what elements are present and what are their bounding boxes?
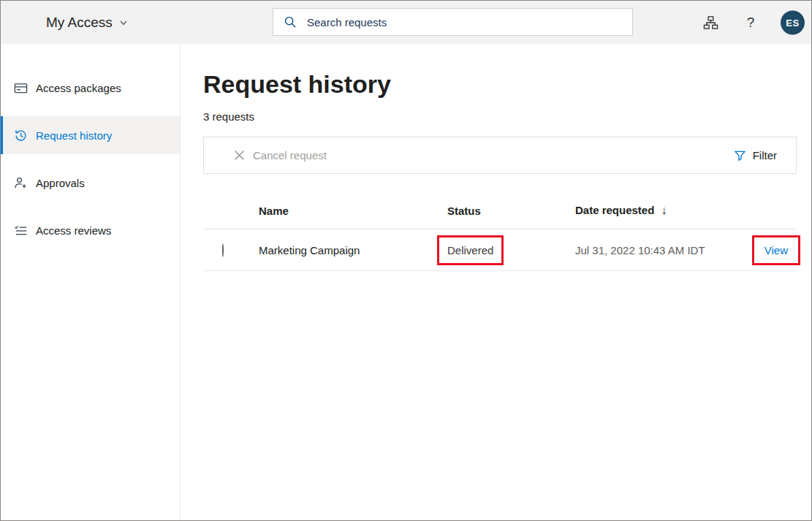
sidebar-item-label: Access packages bbox=[36, 82, 121, 94]
avatar-initials: ES bbox=[786, 17, 799, 28]
sidebar-item-label: Approvals bbox=[36, 177, 85, 189]
column-header-name[interactable]: Name bbox=[259, 205, 447, 217]
status-annotation-box: Delivered bbox=[437, 235, 504, 265]
sidebar-item-label: Access reviews bbox=[36, 224, 111, 237]
request-history-icon bbox=[13, 128, 28, 142]
table-row[interactable]: Marketing Campaign Delivered Jul 31, 202… bbox=[203, 229, 797, 271]
status-badge: Delivered bbox=[447, 244, 493, 256]
close-icon bbox=[234, 150, 245, 161]
access-reviews-icon bbox=[13, 223, 28, 237]
access-packages-icon bbox=[13, 80, 28, 95]
sidebar-item-access-reviews[interactable]: Access reviews bbox=[1, 211, 180, 249]
app-title: My Access bbox=[46, 15, 113, 31]
request-name: Marketing Campaign bbox=[259, 244, 447, 256]
sitemap-icon[interactable] bbox=[700, 12, 721, 33]
cancel-request-button[interactable]: Cancel request bbox=[234, 149, 327, 161]
column-header-date-requested[interactable]: Date requested↓ bbox=[575, 204, 745, 217]
cancel-request-label: Cancel request bbox=[253, 149, 327, 161]
view-link[interactable]: View bbox=[764, 244, 788, 256]
table-header-row: Name Status Date requested↓ bbox=[203, 192, 797, 229]
filter-label: Filter bbox=[753, 149, 777, 161]
sidebar-item-approvals[interactable]: Approvals bbox=[1, 164, 180, 202]
main-content: Request history 3 requests Cancel reques… bbox=[181, 44, 811, 520]
page-title: Request history bbox=[203, 70, 795, 99]
sidebar-item-access-packages[interactable]: Access packages bbox=[1, 69, 180, 107]
filter-icon bbox=[734, 149, 746, 161]
avatar[interactable]: ES bbox=[781, 10, 805, 34]
request-table: Name Status Date requested↓ Marketing Ca… bbox=[203, 192, 797, 271]
app-title-menu[interactable]: My Access bbox=[46, 15, 128, 31]
sidebar: Access packages Request history Approval… bbox=[1, 44, 181, 520]
topbar-actions: ? ES bbox=[700, 10, 805, 34]
chevron-down-icon bbox=[119, 18, 128, 27]
search-input[interactable] bbox=[307, 16, 622, 28]
help-icon[interactable]: ? bbox=[740, 12, 761, 33]
approvals-icon bbox=[13, 175, 28, 190]
date-requested: Jul 31, 2022 10:43 AM IDT bbox=[575, 244, 745, 256]
filter-button[interactable]: Filter bbox=[734, 149, 777, 161]
column-header-status[interactable]: Status bbox=[447, 205, 575, 217]
sidebar-item-label: Request history bbox=[36, 129, 112, 142]
sidebar-item-request-history[interactable]: Request history bbox=[1, 116, 180, 154]
top-bar: My Access ? ES bbox=[1, 1, 811, 44]
view-annotation-box: View bbox=[752, 235, 800, 265]
row-radio[interactable] bbox=[222, 243, 224, 257]
search-icon bbox=[284, 15, 297, 28]
request-count: 3 requests bbox=[203, 110, 795, 123]
command-bar: Cancel request Filter bbox=[203, 137, 797, 174]
search-box[interactable] bbox=[273, 8, 633, 36]
sort-descending-icon: ↓ bbox=[661, 204, 667, 216]
